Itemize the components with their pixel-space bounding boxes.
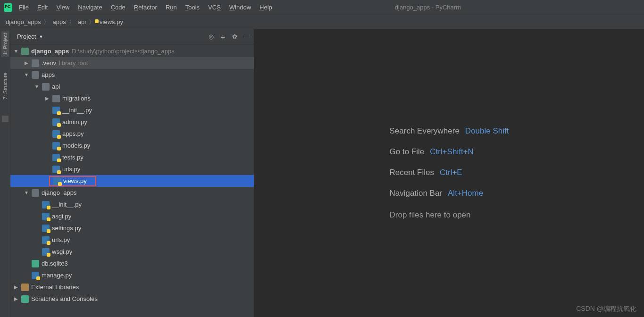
menu-edit[interactable]: Edit	[37, 4, 48, 11]
tree-django-apps-pkg[interactable]: ▼ django_apps	[10, 187, 254, 199]
editor-area[interactable]: Search EverywhereDouble Shift Go to File…	[254, 29, 644, 317]
hint-key: Ctrl+E	[440, 168, 462, 177]
menu-vcs[interactable]: VCS	[208, 4, 221, 11]
menu-navigate[interactable]: Navigate	[78, 4, 102, 11]
tree-file-label: views.py	[63, 177, 87, 184]
tree-root-path: D:\study\python\projects\django_apps	[72, 48, 175, 55]
tree-file[interactable]: urls.py	[10, 163, 254, 175]
chevron-right-icon: 〉	[43, 18, 50, 26]
drop-hint: Drop files here to open	[390, 210, 509, 220]
tree-migrations[interactable]: ▶ migrations	[10, 92, 254, 104]
hint-label: Recent Files	[390, 168, 434, 177]
tree-file[interactable]: __init__.py	[10, 104, 254, 116]
tree-venv[interactable]: ▶ .venv library root	[10, 57, 254, 69]
tree-file-label: asgi.py	[52, 213, 71, 220]
menu-window[interactable]: Window	[229, 4, 251, 11]
tree-file-label: urls.py	[52, 236, 70, 243]
tree-db-label: db.sqlite3	[42, 260, 68, 267]
tree-file-label: apps.py	[62, 130, 84, 137]
menu-file[interactable]: File	[19, 4, 29, 11]
tree-external-libs[interactable]: ▶ External Libraries	[10, 281, 254, 293]
hint-key: Ctrl+Shift+N	[430, 147, 474, 157]
crumb-api[interactable]: api	[78, 18, 86, 25]
menu-tools[interactable]: Tools	[185, 4, 200, 11]
tree-apps-label: apps	[42, 71, 55, 78]
python-file-icon	[52, 107, 60, 114]
hint-key: Alt+Home	[448, 189, 483, 198]
tree-venv-label: .venv	[42, 59, 56, 67]
crumb-file[interactable]: views.py	[98, 18, 123, 25]
menu-view[interactable]: View	[56, 4, 69, 11]
hint-key: Double Shift	[465, 126, 509, 136]
hint-row: Search EverywhereDouble Shift	[390, 126, 509, 136]
hide-icon[interactable]: —	[244, 33, 250, 40]
crumb-file-label: views.py	[100, 18, 123, 25]
main-menu: File Edit View Navigate Code Refactor Ru…	[19, 4, 272, 11]
menu-code[interactable]: Code	[111, 4, 125, 11]
tree-file[interactable]: urls.py	[10, 234, 254, 246]
tree-file-label: __init__.py	[62, 107, 92, 114]
tree-file[interactable]: settings.py	[10, 222, 254, 234]
gear-icon[interactable]: ✿	[232, 33, 237, 40]
tree-file-label: admin.py	[62, 118, 87, 125]
python-file-icon	[52, 142, 60, 150]
chevron-right-icon: ▶	[13, 284, 19, 290]
empty-hints: Search EverywhereDouble Shift Go to File…	[390, 126, 509, 220]
tree-scratches[interactable]: ▶ Scratches and Consoles	[10, 293, 254, 305]
gutter-project[interactable]: 1: Project	[1, 31, 9, 57]
menu-help[interactable]: Help	[259, 4, 272, 11]
tree-api-label: api	[52, 83, 60, 90]
python-file-icon	[52, 154, 60, 161]
tree-scratches-label: Scratches and Consoles	[31, 295, 98, 302]
chevron-right-icon: 〉	[89, 18, 95, 26]
chevron-right-icon: 〉	[69, 18, 75, 26]
tool-gutter: 1: Project 7: Structure	[0, 29, 10, 317]
tree-db[interactable]: db.sqlite3	[10, 258, 254, 269]
scratches-icon	[21, 295, 29, 303]
tree-file[interactable]: __init__.py	[10, 199, 254, 210]
hint-row: Recent FilesCtrl+E	[390, 168, 509, 177]
folder-icon	[32, 189, 39, 197]
tree-file-label: settings.py	[52, 225, 81, 232]
tree-file[interactable]: admin.py	[10, 116, 254, 128]
tree-file[interactable]: models.py	[10, 140, 254, 151]
tree-api[interactable]: ▼ api	[10, 81, 254, 92]
tree-file[interactable]: asgi.py	[10, 210, 254, 222]
tree-file[interactable]: tests.py	[10, 151, 254, 163]
tree-file-label: __init__.py	[52, 201, 82, 208]
sidebar-header: Project ▼ ◎ ≑ ✿ —	[10, 29, 254, 44]
tree-manage[interactable]: manage.py	[10, 269, 254, 281]
collapse-icon[interactable]: ≑	[220, 33, 226, 40]
chevron-right-icon: ▶	[13, 296, 19, 301]
locate-icon[interactable]: ◎	[209, 33, 214, 40]
tree-file-views[interactable]: views.py	[10, 175, 254, 187]
chevron-down-icon: ▼	[39, 34, 43, 39]
chevron-right-icon: ▶	[44, 96, 50, 101]
sidebar-title[interactable]: Project ▼	[17, 33, 43, 40]
tree-file[interactable]: apps.py	[10, 128, 254, 140]
hint-label: Navigation Bar	[390, 189, 443, 198]
main-area: 1: Project 7: Structure Project ▼ ◎ ≑ ✿ …	[0, 29, 644, 317]
folder-icon	[42, 83, 50, 91]
gutter-structure[interactable]: 7: Structure	[1, 71, 9, 101]
menu-refactor[interactable]: Refactor	[134, 4, 157, 11]
python-file-icon	[42, 213, 50, 220]
tree-file-label: models.py	[62, 142, 90, 149]
database-icon	[32, 260, 39, 267]
tree-extlib-label: External Libraries	[31, 284, 79, 291]
gutter-extra-icon[interactable]	[2, 116, 8, 122]
python-file-icon	[52, 166, 60, 173]
app-icon	[4, 3, 12, 12]
tree-file-label: tests.py	[62, 154, 84, 161]
tree-migrations-label: migrations	[62, 95, 91, 102]
menu-run[interactable]: Run	[166, 4, 177, 11]
crumb-apps[interactable]: apps	[52, 18, 66, 25]
folder-icon	[21, 48, 29, 55]
tree-apps[interactable]: ▼ apps	[10, 69, 254, 81]
project-tree: ▼ django_apps D:\study\python\projects\d…	[10, 44, 254, 317]
hint-row: Navigation BarAlt+Home	[390, 189, 509, 198]
tree-file[interactable]: wsgi.py	[10, 246, 254, 258]
tree-root-label: django_apps	[31, 48, 69, 55]
tree-root[interactable]: ▼ django_apps D:\study\python\projects\d…	[10, 45, 254, 57]
crumb-root[interactable]: django_apps	[6, 18, 41, 25]
